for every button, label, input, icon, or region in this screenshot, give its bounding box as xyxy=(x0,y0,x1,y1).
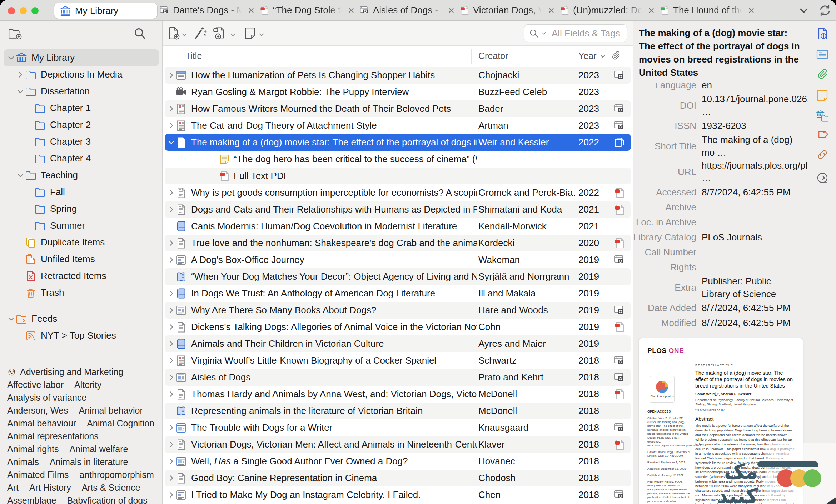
field-value[interactable]: 8/7/2024, 6:42:55 PM xyxy=(702,316,798,329)
row-disclosure-chevron-icon[interactable] xyxy=(168,239,175,247)
new-note-chevron-icon[interactable] xyxy=(258,31,265,38)
add-by-identifier-button[interactable] xyxy=(193,26,208,40)
disclosure-chevron-icon[interactable] xyxy=(16,71,24,79)
search-box[interactable]: All Fields & Tags xyxy=(524,24,627,42)
metadata-field[interactable]: URLhttps://journals.plos.org/pl … xyxy=(633,159,808,185)
metadata-field[interactable]: Date Added8/7/2024, 6:42:55 PM xyxy=(633,300,808,315)
tag-item[interactable]: Animated Films xyxy=(7,468,69,481)
add-attachment-button[interactable] xyxy=(213,26,228,40)
metadata-field[interactable]: Archive xyxy=(633,200,808,215)
item-row[interactable]: The making of a (dog) movie star: The ef… xyxy=(165,134,631,151)
sidebar-item[interactable]: Fall xyxy=(0,184,163,200)
disclosure-chevron-icon[interactable] xyxy=(16,171,24,179)
locate-rail-icon[interactable] xyxy=(816,171,829,184)
field-value[interactable]: 10.1371/journal.pone.0261 … xyxy=(702,93,798,118)
tag-item[interactable]: anthropomorphism xyxy=(79,468,154,481)
column-header-title[interactable]: Title xyxy=(185,51,202,61)
tag-item[interactable]: Animal rights xyxy=(7,443,59,455)
close-tab-icon[interactable] xyxy=(547,6,555,14)
close-tab-icon[interactable] xyxy=(747,6,755,14)
zoom-window-button[interactable] xyxy=(31,7,39,14)
tag-item[interactable]: Animal behavior xyxy=(79,404,143,417)
metadata-field[interactable]: Library CatalogPLoS Journals xyxy=(633,230,808,245)
sidebar-item[interactable]: Trash xyxy=(0,284,163,301)
item-row[interactable]: Well, Has a Single Good Author Ever Owne… xyxy=(165,453,631,470)
row-disclosure-chevron-icon[interactable] xyxy=(168,474,175,482)
sidebar-item[interactable]: Spring xyxy=(0,200,163,217)
tag-item[interactable]: Animals xyxy=(7,455,39,468)
item-row[interactable]: Canis Modernis: Human/Dog Coevolution in… xyxy=(165,218,631,235)
sidebar-item[interactable]: Chapter 4 xyxy=(0,150,163,167)
sidebar-item[interactable]: Teaching xyxy=(0,167,163,184)
close-tab-icon[interactable] xyxy=(447,6,455,14)
tags-rail-icon[interactable] xyxy=(816,129,829,142)
disclosure-chevron-icon[interactable] xyxy=(7,54,15,62)
item-row[interactable]: Why is pet goods consumption imperceptib… xyxy=(165,184,631,201)
tag-item[interactable]: Art xyxy=(7,481,19,494)
row-disclosure-chevron-icon[interactable] xyxy=(168,441,175,448)
item-row[interactable]: Representing animals in the literature o… xyxy=(165,403,631,419)
metadata-field[interactable]: Rights xyxy=(633,260,808,275)
sidebar-item[interactable]: Summer xyxy=(0,217,163,234)
item-row[interactable]: Animals and Their Children in Victorian … xyxy=(165,335,631,352)
field-value[interactable]: Publisher: Public Library of Science xyxy=(702,275,798,300)
tag-item[interactable]: Babyfication of dogs xyxy=(67,494,148,504)
tag-item[interactable]: Animal welfare xyxy=(70,443,128,455)
close-window-button[interactable] xyxy=(8,7,15,14)
item-row[interactable]: Aisles of Dogs Prato and Kehrt 2018 xyxy=(165,369,631,386)
item-row[interactable]: I Tried to Make My Dog an Instagram Cele… xyxy=(165,486,631,503)
add-attachment-chevron-icon[interactable] xyxy=(230,31,236,38)
sidebar-item[interactable]: Depictions In Media xyxy=(0,66,163,83)
reader-tab[interactable]: Aisles of Dogs - Pra xyxy=(357,0,457,20)
tag-item[interactable]: Advertising and Marketing xyxy=(7,365,123,378)
tag-item[interactable]: Arts & Science xyxy=(82,481,140,494)
row-disclosure-chevron-icon[interactable] xyxy=(168,256,175,264)
item-row[interactable]: The Cat-and-Dog Theory of Attachment Sty… xyxy=(165,117,631,134)
tag-item[interactable]: Anderson, Wes xyxy=(7,404,68,417)
field-value[interactable]: PLoS Journals xyxy=(702,231,798,244)
tag-item[interactable]: Analysis of variance xyxy=(7,391,86,404)
new-collection-button[interactable] xyxy=(8,26,22,41)
close-tab-icon[interactable] xyxy=(347,6,355,14)
sidebar-item[interactable]: Dissertation xyxy=(0,83,163,100)
metadata-field[interactable]: Modified8/7/2024, 6:42:55 PM xyxy=(633,315,808,330)
metadata-field[interactable]: Short TitleThe making of a (dog) mo … xyxy=(633,133,808,159)
tag-item[interactable]: Animals in literature xyxy=(50,455,128,468)
reader-tab[interactable]: Victorian Dogs, Vict xyxy=(457,0,557,20)
metadata-field[interactable]: Call Number xyxy=(633,245,808,260)
item-row[interactable]: True love and the nonhuman: Shakespeare'… xyxy=(165,235,631,251)
row-disclosure-chevron-icon[interactable] xyxy=(168,340,175,348)
metadata-field[interactable]: ISSN1932-6203 xyxy=(633,118,808,133)
attachments-rail-icon[interactable] xyxy=(816,68,829,81)
item-info-rail-icon[interactable] xyxy=(816,27,829,40)
row-disclosure-chevron-icon[interactable] xyxy=(168,139,175,146)
metadata-field[interactable]: Accessed8/7/2024, 6:42:55 PM xyxy=(633,185,808,200)
sidebar-item[interactable]: Chapter 2 xyxy=(0,116,163,133)
reader-tab[interactable]: “The Dog Stole the xyxy=(257,0,357,20)
row-disclosure-chevron-icon[interactable] xyxy=(168,105,175,113)
tag-item[interactable]: Affective labor xyxy=(7,378,64,391)
close-tab-icon[interactable] xyxy=(647,6,655,14)
item-row[interactable]: Full Text PDF xyxy=(165,168,631,184)
tab-my-library[interactable]: My Library xyxy=(54,3,157,19)
row-disclosure-chevron-icon[interactable] xyxy=(168,390,175,398)
field-value[interactable]: https://journals.plos.org/pl … xyxy=(702,159,798,185)
sidebar-item[interactable]: Retracted Items xyxy=(0,268,163,284)
item-row[interactable]: How Famous Writers Mourned the Death of … xyxy=(165,100,631,117)
tag-item[interactable]: Alterity xyxy=(74,378,101,391)
column-header-year[interactable]: Year xyxy=(578,51,606,61)
row-disclosure-chevron-icon[interactable] xyxy=(168,323,175,331)
sidebar-item[interactable]: Feeds xyxy=(0,310,163,327)
row-disclosure-chevron-icon[interactable] xyxy=(168,206,175,213)
abstract-rail-icon[interactable] xyxy=(816,48,829,61)
reader-tab[interactable]: (Un)muzzled: Dogs xyxy=(557,0,657,20)
sidebar-item[interactable]: Chapter 3 xyxy=(0,133,163,150)
item-row[interactable]: Victorian Dogs, Victorian Men: Affect an… xyxy=(165,436,631,453)
notes-rail-icon[interactable] xyxy=(816,89,829,102)
new-item-button[interactable] xyxy=(167,26,180,40)
reader-tab[interactable]: Dante's Dogs - Man xyxy=(157,0,257,20)
sidebar-item[interactable]: Duplicate Items xyxy=(0,234,163,251)
row-disclosure-chevron-icon[interactable] xyxy=(168,306,175,314)
column-header-attachment-icon[interactable] xyxy=(611,50,621,61)
item-row[interactable]: “The dog hero has been critical to the s… xyxy=(165,151,631,168)
